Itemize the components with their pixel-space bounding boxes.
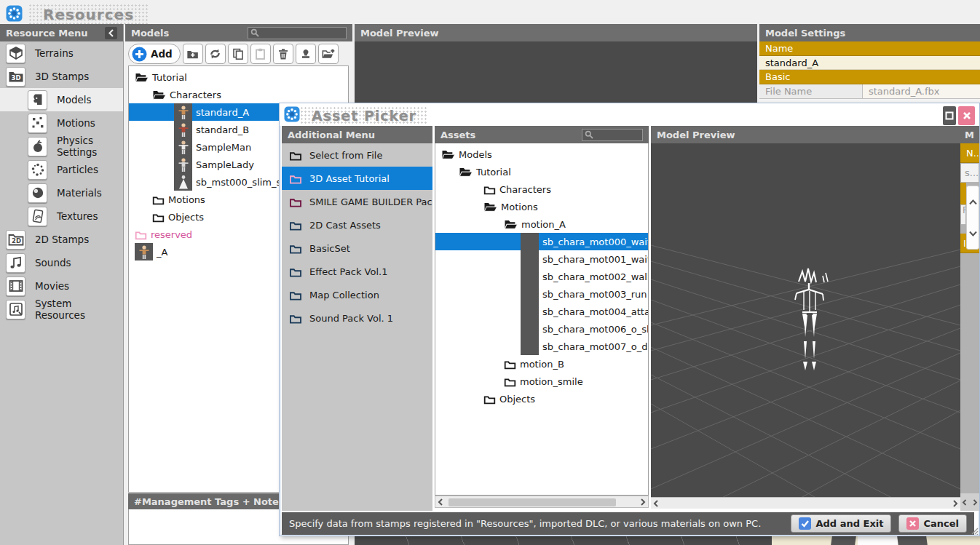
- tree-item-motion-smile[interactable]: motion_smile: [435, 373, 648, 390]
- system-resources-icon: [6, 300, 25, 319]
- folder-icon: [152, 212, 165, 223]
- dialog-titlebar[interactable]: Asset Picker: [280, 103, 979, 126]
- menu-item-label: 3D Asset Tutorial: [309, 173, 390, 184]
- item-thumbnail: [521, 250, 539, 268]
- resize-grip[interactable]: [971, 527, 979, 535]
- dialog-icon: [284, 106, 300, 124]
- tree-item-models[interactable]: Models: [435, 146, 648, 163]
- sidebar-item-2d-stamps[interactable]: 2D2D Stamps: [0, 228, 123, 251]
- tree-item-label: Characters: [499, 184, 551, 195]
- paste-button[interactable]: [250, 44, 271, 64]
- sidebar-item-terrains[interactable]: Terrains: [0, 41, 123, 65]
- menu-item-select-from-file[interactable]: Select from File: [282, 143, 432, 167]
- tree-item-motions[interactable]: Motions: [435, 198, 648, 215]
- tree-item-sb-chara-mot002-walk[interactable]: sb_chara_mot002_walk: [435, 268, 648, 285]
- models-search-input[interactable]: [248, 27, 347, 39]
- tree-item-objects[interactable]: Objects: [435, 390, 648, 407]
- tree-item-sb-chara-mot003-run[interactable]: sb_chara_mot003_run: [435, 285, 648, 303]
- tree-item-label: sb_chara_mot007_o_da: [542, 341, 648, 352]
- file-name-label: File Name: [759, 84, 863, 98]
- folder-icon: [504, 359, 516, 370]
- spinner-control[interactable]: [966, 186, 979, 250]
- menu-item-label: Select from File: [309, 150, 382, 161]
- new-folder-button[interactable]: [183, 44, 203, 64]
- tree-item-sb-chara-mot001-wait[interactable]: sb_chara_mot001_wait: [435, 250, 648, 268]
- refresh-button[interactable]: [205, 44, 226, 64]
- menu-item-3d-asset-tutorial[interactable]: 3D Asset Tutorial: [282, 167, 432, 190]
- delete-button[interactable]: [273, 44, 293, 64]
- sidebar-item-physics-settings[interactable]: Physics Settings: [0, 135, 123, 158]
- tree-item-label: motion_B: [520, 359, 564, 370]
- tree-item-label: sb_chara_mot001_wait: [542, 254, 648, 265]
- scroll-right-icon[interactable]: [640, 498, 646, 506]
- basic-section-row: Basic: [759, 70, 980, 84]
- stamp-button[interactable]: [296, 44, 316, 64]
- materials-icon: [28, 183, 47, 203]
- sidebar-item-sounds[interactable]: Sounds: [0, 251, 123, 274]
- clipped-scrollbar[interactable]: [960, 493, 979, 511]
- sidebar-item-movies[interactable]: Movies: [0, 274, 123, 298]
- add-button[interactable]: Add: [128, 44, 181, 64]
- models-toolbar: Add: [127, 42, 351, 65]
- sidebar-item-particles[interactable]: Particles: [0, 158, 123, 181]
- menu-item-effect-pack-vol-1[interactable]: Effect Pack Vol.1: [282, 260, 432, 283]
- tree-item-label: sb_mst000_slim_sa: [196, 177, 287, 188]
- item-thumbnail: [174, 121, 192, 138]
- item-thumbnail: [521, 303, 539, 320]
- menu-item-smile-game-builder-pack[interactable]: SMILE GAME BUILDER Pack: [282, 190, 432, 213]
- copy-icon: [232, 48, 244, 60]
- tree-item-label: motion_smile: [520, 376, 583, 387]
- sidebar-item-textures[interactable]: Textures: [0, 204, 123, 228]
- menu-item-basicset[interactable]: BasicSet: [282, 236, 432, 260]
- close-button[interactable]: [958, 106, 975, 125]
- folder-open-icon: [441, 148, 455, 160]
- tree-item-characters[interactable]: Characters: [129, 86, 348, 103]
- scrollbar-thumb[interactable]: [448, 498, 616, 506]
- menu-item-map-collection[interactable]: Map Collection: [282, 283, 432, 306]
- scroll-right-icon[interactable]: [952, 500, 958, 507]
- tree-item-motion-a[interactable]: motion_A: [435, 215, 648, 233]
- preview-scroll-strip[interactable]: [651, 497, 960, 509]
- tree-item-characters[interactable]: Characters: [435, 180, 648, 198]
- sidebar-item-motions[interactable]: Motions: [0, 111, 123, 135]
- folder-icon: [289, 313, 302, 324]
- tree-item-motion-b[interactable]: motion_B: [435, 355, 648, 373]
- maximize-button[interactable]: [943, 106, 956, 125]
- sidebar-item-materials[interactable]: Materials: [0, 181, 123, 204]
- sidebar-item-models[interactable]: Models: [0, 88, 123, 111]
- particles-icon: [28, 160, 47, 180]
- model-preview-viewport[interactable]: [355, 41, 757, 103]
- item-thumbnail: [521, 285, 539, 303]
- assets-search-input[interactable]: [582, 129, 643, 141]
- physics-icon: [28, 137, 47, 156]
- sidebar-item-3d-stamps[interactable]: 3D3D Stamps: [0, 65, 123, 88]
- dialog-preview-viewport[interactable]: [651, 143, 960, 497]
- scroll-left-icon[interactable]: [438, 498, 443, 506]
- collapse-sidebar-button[interactable]: [105, 27, 117, 39]
- tree-item-sb-chara-mot006-o-sk[interactable]: sb_chara_mot006_o_sk: [435, 320, 648, 338]
- assets-horizontal-scrollbar[interactable]: [435, 496, 649, 508]
- tree-item-tutorial[interactable]: Tutorial: [129, 68, 348, 86]
- svg-text:2D: 2D: [12, 237, 21, 244]
- models-icon: [28, 90, 47, 110]
- sidebar-item-system-resources[interactable]: System Resources: [0, 298, 123, 321]
- menu-item-sound-pack-vol-1[interactable]: Sound Pack Vol. 1: [282, 306, 432, 330]
- name-value-field[interactable]: standard_A: [759, 56, 980, 70]
- tree-item-tutorial[interactable]: Tutorial: [435, 163, 648, 180]
- tree-item-label: SampleMan: [196, 142, 251, 153]
- copy-button[interactable]: [228, 44, 248, 64]
- tree-item-label: Motions: [168, 194, 205, 205]
- scroll-left-icon[interactable]: [653, 500, 659, 507]
- add-and-exit-button[interactable]: Add and Exit: [791, 514, 891, 533]
- cancel-button[interactable]: Cancel: [898, 514, 967, 533]
- folder-icon: [289, 290, 302, 301]
- tree-item-sb-chara-mot000-wait[interactable]: sb_chara_mot000_wait: [435, 233, 648, 250]
- clipped-value-cell: s...: [960, 163, 979, 183]
- export-button[interactable]: [318, 44, 339, 64]
- tree-item-sb-chara-mot004-atta[interactable]: sb_chara_mot004_atta: [435, 303, 648, 320]
- menu-item-2d-cast-assets[interactable]: 2D Cast Assets: [282, 213, 432, 236]
- 3d-grid: [651, 143, 960, 497]
- model-preview-panel: Model Preview: [355, 24, 757, 103]
- clipped-file-cell: F: [960, 204, 966, 225]
- tree-item-sb-chara-mot007-o-da[interactable]: sb_chara_mot007_o_da: [435, 338, 648, 355]
